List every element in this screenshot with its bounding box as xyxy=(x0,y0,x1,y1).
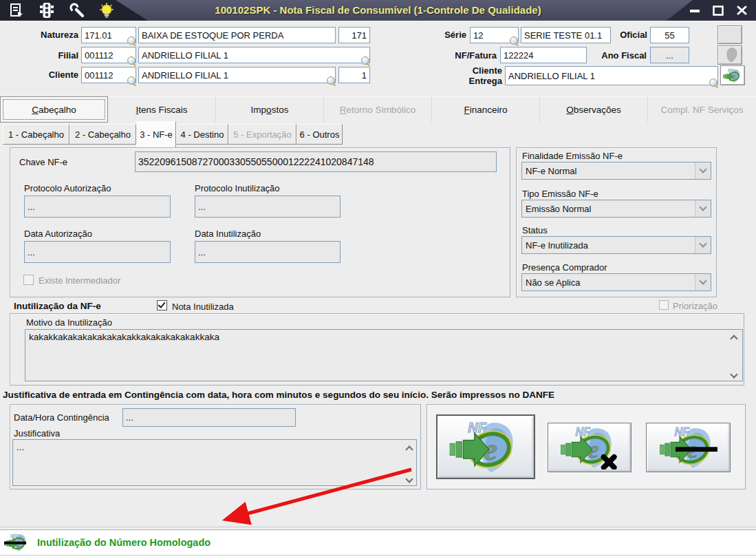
motivo-inutilizacao-label: Motivo da Inutilização xyxy=(26,317,112,328)
chave-nfe-input[interactable] xyxy=(135,151,497,172)
tab-observacoes[interactable]: Observações xyxy=(540,96,648,123)
status-message: Inutilização do Número Homologado xyxy=(37,537,210,548)
brazil-map-gray-icon xyxy=(722,48,738,63)
finalidade-emissao-select[interactable]: NF-e Normal xyxy=(521,162,711,180)
cliente-entrega-label-line2: Entrega xyxy=(469,76,502,86)
cliente-label: Cliente xyxy=(0,70,78,80)
nfe-logo-icon xyxy=(723,67,742,84)
maximize-button[interactable] xyxy=(709,3,727,17)
subtab-5-exportacao: 5 - Exportação xyxy=(228,124,296,145)
existe-intermediador-label: Existe Intermediador xyxy=(39,275,120,286)
cliente-code-lookup xyxy=(81,67,136,83)
priorizacao-label: Priorização xyxy=(673,301,717,311)
cliente-desc-lookup xyxy=(138,67,336,83)
natureza-code-lookup xyxy=(81,27,136,43)
serie-code-lookup xyxy=(470,27,519,43)
subtab-2-cabecalho[interactable]: 2 - Cabeçalho xyxy=(69,124,136,145)
magnifier-icon[interactable] xyxy=(327,76,335,85)
combo-dropdown-button[interactable] xyxy=(695,237,711,253)
serie-label: Série xyxy=(385,30,466,40)
magnifier-icon[interactable] xyxy=(709,78,717,87)
finalidade-emissao-label: Finalidade Emissão NF-e xyxy=(522,151,623,161)
cliente-entrega-input[interactable] xyxy=(505,66,718,85)
magnifier-icon[interactable] xyxy=(361,56,369,65)
separator xyxy=(0,527,756,527)
chevron-down-icon[interactable] xyxy=(730,370,737,378)
justificativa-label: Justificativa xyxy=(14,428,60,439)
magnifier-icon[interactable] xyxy=(510,36,518,45)
chevron-up-icon[interactable] xyxy=(405,445,413,453)
combo-dropdown-button[interactable] xyxy=(695,274,711,291)
close-button[interactable] xyxy=(733,3,750,17)
data-hora-contingencia-input[interactable] xyxy=(122,408,296,427)
cliente-entrega-nfe-button[interactable] xyxy=(720,65,745,85)
ano-fiscal-input[interactable] xyxy=(650,47,689,63)
wrench-icon[interactable] xyxy=(69,2,87,19)
subtab-4-destino[interactable]: 4 - Destino xyxy=(176,124,228,145)
combo-dropdown-button[interactable] xyxy=(695,200,711,217)
nf-fatura-input[interactable] xyxy=(500,47,587,63)
status-select[interactable]: NF-e Inutilizada xyxy=(521,236,711,254)
data-autorizacao-label: Data Autorização xyxy=(24,229,92,239)
subtab-6-outros[interactable]: 6 - Outros xyxy=(296,124,343,145)
inutilizacao-title: Inutilização da NF-e xyxy=(14,301,101,311)
nf-fatura-label: NF/Fatura xyxy=(399,50,497,61)
contingencia-heading: Justificativa de entrada em Contingência… xyxy=(3,390,554,400)
application-window: e NF 100102SPK - Nota Fiscal de Consumív… xyxy=(0,0,756,559)
tipo-emissao-label: Tipo Emissão NF-e xyxy=(522,189,598,199)
protocolo-inutilizacao-input[interactable] xyxy=(195,196,341,218)
nfe-logo-icon xyxy=(444,419,528,474)
chevron-down-icon xyxy=(699,240,706,247)
separator xyxy=(0,528,756,529)
subtab-1-cabecalho[interactable]: 1 - Cabeçalho xyxy=(3,124,69,145)
chevron-down-icon xyxy=(699,203,706,211)
cliente-loja-input[interactable] xyxy=(338,67,370,83)
chevron-down-icon xyxy=(699,165,706,173)
bulb-icon[interactable] xyxy=(98,2,116,19)
oficial-input[interactable] xyxy=(650,27,689,43)
natureza-label: Natureza xyxy=(0,30,78,40)
tab-financeiro[interactable]: Financeiro xyxy=(432,96,540,123)
minimize-button[interactable] xyxy=(686,3,704,17)
oficial-label: Oficial xyxy=(589,30,647,40)
chevron-down-icon[interactable] xyxy=(405,475,413,483)
tab-impostos[interactable]: Impostos xyxy=(216,96,324,123)
traffic-light-icon[interactable] xyxy=(39,2,56,19)
nfe-logo-strike-icon xyxy=(653,425,724,470)
existe-intermediador-checkbox xyxy=(23,275,34,285)
oficial-action-button[interactable] xyxy=(717,25,742,44)
cliente-desc-input[interactable] xyxy=(138,67,336,83)
data-inutilizacao-input[interactable] xyxy=(195,241,341,263)
nfe-logo-strike-icon xyxy=(4,533,29,552)
transmit-nfe-button[interactable] xyxy=(436,414,535,479)
filial-desc-lookup xyxy=(138,47,370,63)
justificativa-textarea[interactable]: ... xyxy=(12,439,417,486)
tipo-emissao-select[interactable]: Emissão Normal xyxy=(521,200,711,218)
cancel-nfe-button[interactable] xyxy=(548,423,631,472)
ano-fiscal-map-button[interactable] xyxy=(717,45,742,65)
chevron-down-icon xyxy=(699,277,706,284)
filial-desc-input[interactable] xyxy=(138,47,370,63)
motivo-inutilizacao-textarea[interactable]: kakakkakakakakakakakakkakakakakakakkaka xyxy=(25,329,743,381)
presenca-comprador-select[interactable]: Não se Aplica xyxy=(521,273,711,291)
tab-retorno-simbolico: Retorno Simbólico xyxy=(324,96,432,123)
natureza-desc-input[interactable] xyxy=(138,27,336,43)
filial-label: Filial xyxy=(0,50,78,61)
titlebar: 100102SPK - Nota Fiscal de Consumível (1… xyxy=(0,0,756,21)
checkmark-icon xyxy=(158,300,165,308)
tab-itens-fiscais[interactable]: Itens Fiscais xyxy=(108,96,216,123)
form-icon[interactable] xyxy=(8,2,26,19)
inutilize-nfe-button[interactable] xyxy=(646,423,731,472)
tab-cabecalho[interactable]: Cabeçalho xyxy=(0,96,108,123)
magnifier-icon[interactable] xyxy=(127,56,136,65)
subtab-3-nfe[interactable]: 3 - NF-e xyxy=(136,121,176,147)
presenca-comprador-value: Não se Aplica xyxy=(522,277,695,288)
natureza-num-input[interactable] xyxy=(338,27,370,43)
data-autorizacao-input[interactable] xyxy=(24,241,171,263)
magnifier-icon[interactable] xyxy=(127,76,136,85)
nota-inutilizada-checkbox[interactable] xyxy=(157,300,167,310)
combo-dropdown-button[interactable] xyxy=(695,162,711,179)
protocolo-autorizacao-input[interactable] xyxy=(24,196,171,218)
magnifier-icon[interactable] xyxy=(127,36,136,45)
chevron-up-icon[interactable] xyxy=(730,335,737,342)
